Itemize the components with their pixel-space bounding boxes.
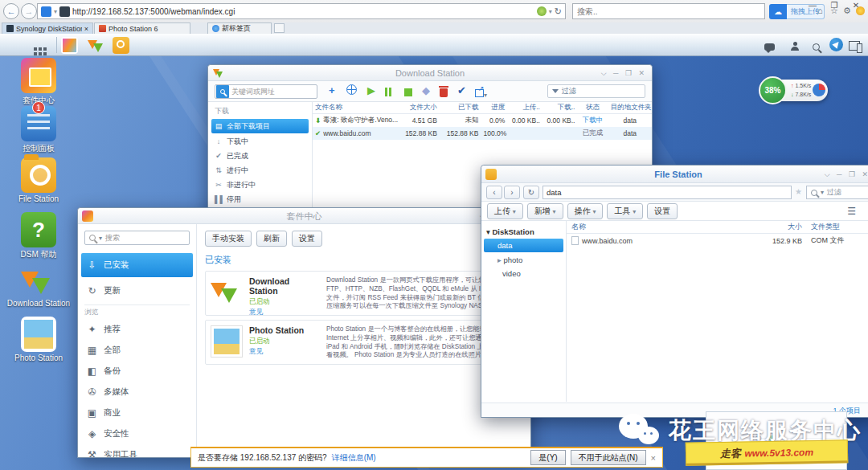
download-station-titlebar[interactable]: Download Station ⌵ ─ ❐ ✕ [208,65,652,81]
not-this-site-button[interactable]: 不用于此站点(N) [571,450,646,465]
sidebar-item-multimedia[interactable]: ✇多媒体 [78,382,196,403]
sidebar-item-all-downloads[interactable]: ▤全部下载项目 [211,119,309,133]
new-tab-button[interactable] [274,23,285,33]
site-icon[interactable] [41,6,51,17]
col-destination[interactable]: 目的地文件夹 [608,103,652,112]
sidebar-item-stopped[interactable]: ▌▌停用 [208,192,312,206]
sidebar-item-downloading[interactable]: ↓下载中 [208,134,312,149]
sidebar-item-installed[interactable]: ⇩已安装 [81,253,193,277]
refresh-icon[interactable]: ↻ [555,6,562,17]
sidebar-item-backup[interactable]: ◧备份 [78,361,196,382]
desktop-icon-download-station[interactable]: Download Station [2,262,76,308]
clear-button[interactable]: ◆ [422,84,430,96]
package-link[interactable]: 意见 [249,347,320,357]
forward-button[interactable]: → [21,3,37,19]
tools-button[interactable]: 工具 ▾ [607,203,643,219]
settings-button[interactable]: 设置 [647,203,678,219]
main-menu-button[interactable] [18,36,53,54]
url-download-button[interactable] [346,84,357,97]
yes-button[interactable]: 是(Y) [530,450,565,465]
back-button[interactable]: ← [3,3,19,19]
details-link[interactable]: 详细信息(M) [332,452,376,464]
manual-install-button[interactable]: 手动安装 [205,231,252,247]
col-status[interactable]: 状态 [577,103,608,112]
pause-button[interactable] [385,87,393,99]
sidebar-item-completed[interactable]: ✔已完成 [208,149,312,163]
filter-field[interactable]: ▾ 过滤 [806,186,868,199]
package-card-download-station[interactable]: Download Station 已启动 意见 Download Station… [205,271,525,316]
path-input[interactable] [542,186,792,199]
tree-node-photo[interactable]: ▸ photo [481,253,566,267]
tab-close-icon[interactable]: × [84,25,88,33]
tab-new-page[interactable]: 新标签页 [207,22,272,34]
taskbar-photo-station-icon[interactable] [61,37,78,54]
minimize-button[interactable]: — [802,0,823,12]
tree-root-diskstation[interactable]: ▾ DiskStation [481,226,566,238]
upload-button[interactable]: 上传 ▾ [487,203,523,219]
table-header-row[interactable]: 文件名称 文件大小 已下载 进度 上传.. 下载.. 状态 目的地文件夹 [313,102,652,114]
desktop-icon-control-panel[interactable]: 1 控制面板 [2,106,76,154]
list-view-icon[interactable]: ☰ [847,206,856,217]
resume-button[interactable]: ▶ [367,84,375,96]
desktop-icon-dsm-help[interactable]: ? DSM 帮助 [2,212,76,260]
sidebar-item-business[interactable]: ▣商业 [78,403,196,423]
file-list-header[interactable]: 名称 大小 文件类型 修改 [567,221,868,234]
package-link[interactable]: 意见 [249,308,320,316]
sidebar-item-utilities[interactable]: ⚒实用工具 [78,444,196,458]
settings-button[interactable]: 设置 [292,231,322,247]
file-station-titlebar[interactable]: File Station ⌵ ─ ❐ ✕ [481,166,868,183]
tab-synology[interactable]: Synology DiskStation - Di.. × [2,22,93,34]
sidebar-item-security[interactable]: ◈安全性 [78,423,196,444]
addr-caret[interactable]: ▾ [549,8,552,15]
desktop-icon-package-center[interactable]: 套件中心 [2,58,76,106]
download-search-field[interactable]: 关键词或网址 [215,84,317,99]
chat-icon[interactable] [764,39,775,54]
download-row-venom[interactable]: ⬇毒液: 致命守护者.Veno... 4.51 GB 未知 0.0% 0.00 … [313,114,652,127]
col-size[interactable]: 大小 [742,222,805,232]
site-icon-caret[interactable]: ▾ [54,8,57,15]
desktop-icon-file-station[interactable]: File Station [2,157,76,203]
window-controls[interactable]: ⌵ ─ ❐ ✕ [601,65,647,81]
close-icon[interactable]: × [651,453,656,463]
sidebar-item-recommended[interactable]: ✦推荐 [78,319,196,340]
filter-field[interactable]: 过滤 [547,84,645,98]
maximize-button[interactable]: ❐ [824,0,845,12]
forward-button[interactable]: › [504,186,520,199]
col-type[interactable]: 文件类型 [805,222,862,232]
window-controls[interactable]: ⌵ ─ ❐ ✕ [825,166,868,183]
browser-search-input[interactable] [572,3,765,19]
widgets-icon[interactable] [849,39,860,54]
pilot-icon[interactable] [829,38,843,55]
refresh-button[interactable]: 刷新 [256,231,287,247]
col-modified[interactable]: 修改 [862,222,868,232]
sidebar-item-active[interactable]: ⇅进行中 [208,163,312,178]
address-bar[interactable]: ▾ http://192.168.52.137:5000/webman/inde… [37,3,566,19]
resource-monitor-widget[interactable]: 38% ↑ 1.5K/s ↓ 7.8K/s [762,80,828,101]
back-button[interactable]: ‹ [486,186,502,199]
package-center-titlebar[interactable]: 套件中心 ⌵ ─ ❐ ✕ [78,208,530,224]
search-icon[interactable] [813,39,820,54]
download-row-baidu[interactable]: ✔www.baidu.com 152.88 KB 152.88 KB 100.0… [313,127,652,140]
delete-button[interactable] [440,88,448,100]
url-text[interactable]: http://192.168.52.137:5000/webman/index.… [72,7,534,16]
taskbar-download-station-icon[interactable] [87,37,104,54]
sidebar-item-all[interactable]: ▦全部 [78,340,196,361]
col-upload[interactable]: 上传.. [507,103,542,112]
tab-photo-station[interactable]: Photo Station 6 [94,22,190,34]
create-button[interactable]: 新增 ▾ [527,203,563,219]
taskbar-file-station-icon[interactable] [113,37,129,54]
package-card-photo-station[interactable]: Photo Station 已启动 意见 Photo Station 是一个与博… [205,320,525,365]
col-progress[interactable]: 进度 [481,103,507,112]
share-button[interactable]: ▾ [475,88,487,100]
close-button[interactable]: ✕ [845,0,866,12]
desktop-icon-photo-station[interactable]: Photo Station [2,317,76,362]
sidebar-item-update[interactable]: ↻更新 [78,280,196,301]
col-size[interactable]: 文件大小 [398,103,440,112]
user-icon[interactable] [790,39,800,54]
action-button[interactable]: 操作 ▾ [567,203,604,219]
bookmark-star-icon[interactable]: ★ [795,187,802,196]
add-download-button[interactable]: + [329,84,335,96]
refresh-button[interactable]: ↻ [523,186,539,199]
stop-button[interactable] [404,87,412,99]
col-filename[interactable]: 文件名称 [313,103,398,112]
